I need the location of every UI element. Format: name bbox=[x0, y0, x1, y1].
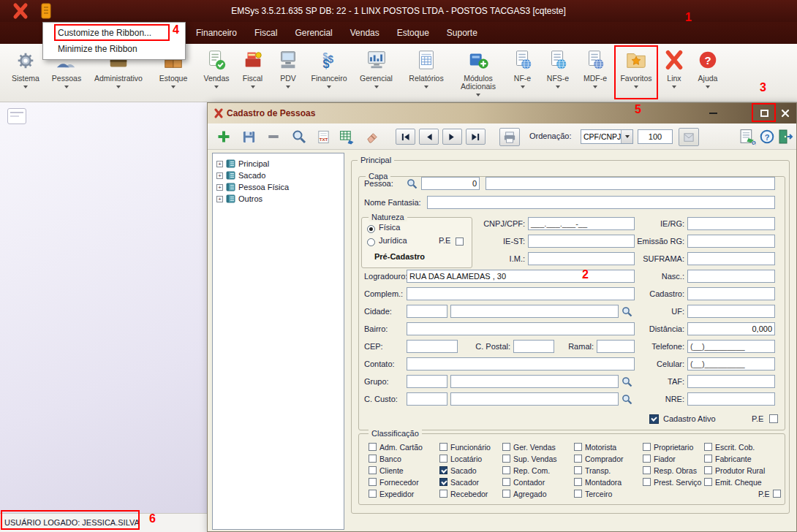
classif-emit-cheque[interactable]: Emit. Cheque bbox=[704, 477, 762, 487]
checkbox-icon[interactable] bbox=[369, 490, 377, 498]
pe-natureza-checkbox[interactable] bbox=[456, 238, 464, 246]
send-button[interactable] bbox=[679, 128, 699, 146]
checkbox-icon[interactable] bbox=[439, 455, 447, 463]
expand-icon[interactable]: + bbox=[216, 184, 223, 191]
ribbon-item-ajuda[interactable]: ? Ajuda bbox=[691, 46, 725, 100]
checkbox-icon[interactable] bbox=[704, 455, 712, 463]
pe-cadastro-checkbox[interactable] bbox=[769, 414, 778, 423]
prev-record-button[interactable] bbox=[419, 129, 439, 145]
checkbox-icon[interactable] bbox=[574, 443, 582, 451]
last-record-button[interactable] bbox=[466, 129, 486, 145]
save-button[interactable] bbox=[240, 128, 257, 145]
classif-ger-vendas[interactable]: Ger. Vendas bbox=[502, 442, 556, 452]
ie-rg-field[interactable] bbox=[687, 217, 775, 230]
expand-icon[interactable]: + bbox=[216, 161, 223, 167]
ribbon-item-nfe[interactable]: NF-e bbox=[505, 46, 540, 100]
ribbon-item-mdfe[interactable]: MDF-e bbox=[575, 46, 615, 100]
help-button[interactable]: ? bbox=[759, 128, 775, 145]
contato-field[interactable] bbox=[407, 357, 635, 370]
first-record-button[interactable] bbox=[396, 129, 415, 145]
expand-icon[interactable]: + bbox=[216, 196, 223, 202]
menu-tab-suporte[interactable]: Suporte bbox=[447, 28, 477, 38]
grupo-codigo-field[interactable] bbox=[407, 375, 447, 388]
emissao-rg-field[interactable] bbox=[687, 235, 775, 248]
close-button[interactable] bbox=[776, 106, 795, 121]
menu-item-minimize-ribbon[interactable]: Minimize the Ribbon bbox=[43, 41, 185, 57]
tree-item-sacado[interactable]: + Sacado bbox=[216, 170, 265, 181]
checkbox-icon[interactable] bbox=[439, 490, 447, 498]
classif-motorista[interactable]: Motorista bbox=[574, 442, 616, 452]
add-button[interactable] bbox=[215, 128, 233, 145]
celular-field[interactable]: (__)_________ bbox=[687, 357, 775, 370]
ribbon-item-favoritos[interactable]: Favoritos bbox=[615, 46, 657, 100]
c-custo-nome-field[interactable] bbox=[450, 392, 619, 406]
c-postal-field[interactable] bbox=[513, 340, 554, 353]
checkbox-icon[interactable] bbox=[704, 466, 712, 474]
checkbox-icon[interactable] bbox=[574, 455, 582, 463]
classif-sup-vendas[interactable]: Sup. Vendas bbox=[502, 454, 557, 463]
ribbon-item-vendas[interactable]: Vendas bbox=[197, 46, 235, 100]
classif-sacado[interactable]: Sacado bbox=[439, 466, 477, 475]
log-button[interactable]: og bbox=[739, 128, 757, 145]
print-button[interactable] bbox=[499, 128, 520, 146]
ribbon-item-linx[interactable]: Linx bbox=[657, 46, 691, 100]
cep-field[interactable] bbox=[407, 340, 458, 353]
classif-cliente[interactable]: Cliente bbox=[369, 466, 404, 475]
classif-funcionario[interactable]: Funcionário bbox=[439, 442, 491, 452]
bairro-field[interactable] bbox=[407, 322, 635, 335]
suframa-field[interactable] bbox=[687, 252, 775, 265]
classif-fiador[interactable]: Fiador bbox=[643, 454, 676, 463]
window-titlebar[interactable]: Cadastro de Pessoas bbox=[208, 103, 796, 123]
checkbox-icon[interactable] bbox=[502, 455, 510, 463]
delete-button[interactable] bbox=[265, 128, 282, 145]
c-custo-codigo-field[interactable] bbox=[407, 392, 447, 406]
export-txt-button[interactable]: TXT bbox=[314, 128, 332, 145]
telefone-field[interactable]: (__)_________ bbox=[687, 340, 775, 353]
ribbon-item-sistema[interactable]: Sistema bbox=[6, 46, 45, 100]
checkbox-icon[interactable] bbox=[643, 478, 651, 486]
checkbox-icon[interactable] bbox=[502, 466, 510, 474]
grupo-nome-field[interactable] bbox=[450, 375, 619, 388]
checkbox-icon[interactable] bbox=[574, 466, 582, 474]
checkbox-icon[interactable] bbox=[369, 455, 377, 463]
ribbon-item-modulos-adicionais[interactable]: Módulos Adicionais bbox=[452, 46, 505, 100]
ribbon-item-gerencial[interactable]: Gerencial bbox=[352, 46, 401, 100]
classif-fornecedor[interactable]: Fornecedor bbox=[369, 477, 419, 487]
cadastro-field[interactable] bbox=[687, 287, 775, 300]
classif-montadora[interactable]: Montadora bbox=[574, 477, 622, 487]
classif-escrit-cob[interactable]: Escrit. Cob. bbox=[704, 442, 755, 452]
checkbox-icon[interactable] bbox=[439, 443, 447, 451]
checkbox-icon[interactable] bbox=[439, 466, 447, 474]
exit-button[interactable] bbox=[777, 128, 794, 145]
tree-item-pessoa-fisica[interactable]: + Pessoa Física bbox=[216, 181, 289, 193]
tree-item-outros[interactable]: + Outros bbox=[216, 193, 262, 205]
taf-field[interactable] bbox=[687, 375, 775, 388]
classif-banco[interactable]: Banco bbox=[369, 454, 401, 463]
checkbox-icon[interactable] bbox=[502, 443, 510, 451]
ribbon-item-nfse[interactable]: NFS-e bbox=[540, 46, 575, 100]
maximize-button[interactable] bbox=[753, 106, 775, 121]
checkbox-icon[interactable] bbox=[439, 478, 447, 486]
minimize-button[interactable] bbox=[703, 106, 723, 121]
nasc-field[interactable] bbox=[687, 270, 775, 283]
classif-adm-cartao[interactable]: Adm. Cartão bbox=[369, 442, 423, 452]
classif-comprador[interactable]: Comprador bbox=[574, 454, 624, 463]
ordenacao-select[interactable]: CPF/CNPJ bbox=[581, 129, 633, 144]
window-icon[interactable] bbox=[7, 108, 26, 124]
classif-fabricante[interactable]: Fabricante bbox=[704, 454, 752, 463]
checkbox-icon[interactable] bbox=[773, 490, 781, 498]
checkbox-icon[interactable] bbox=[704, 443, 712, 451]
search-button[interactable] bbox=[290, 128, 308, 145]
checkbox-icon[interactable] bbox=[704, 478, 712, 486]
ribbon-item-pdv[interactable]: PDV bbox=[270, 46, 306, 100]
checkbox-icon[interactable] bbox=[369, 466, 377, 474]
classif-sacador[interactable]: Sacador bbox=[439, 477, 479, 487]
classif-resp-obras[interactable]: Resp. Obras bbox=[643, 466, 697, 475]
cnpj-cpf-field[interactable]: ___.___.___-__ bbox=[528, 217, 635, 230]
classif-expedidor[interactable]: Expedidor bbox=[369, 489, 414, 498]
ribbon-item-relatorios[interactable]: Relatórios bbox=[401, 46, 452, 100]
combo-arrow-icon[interactable] bbox=[621, 130, 632, 143]
complem-field[interactable] bbox=[407, 287, 635, 300]
menu-item-customize-ribbon[interactable]: Customize the Ribbon... bbox=[43, 25, 185, 41]
cidade-nome-field[interactable] bbox=[450, 305, 619, 318]
